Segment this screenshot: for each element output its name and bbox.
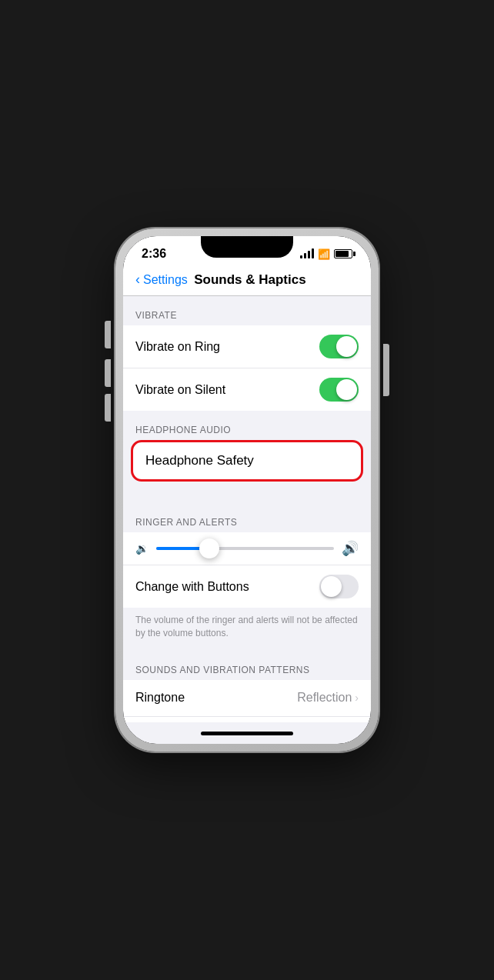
- vibrate-on-silent-toggle[interactable]: [319, 378, 359, 402]
- status-time: 2:36: [142, 247, 166, 261]
- volume-slider[interactable]: [156, 547, 334, 550]
- change-with-buttons-row[interactable]: Change with Buttons: [123, 565, 371, 608]
- headphone-section-header: HEADPHONE AUDIO: [123, 411, 371, 440]
- vibrate-on-ring-toggle[interactable]: [319, 335, 359, 358]
- ringer-description: The volume of the ringer and alerts will…: [123, 608, 371, 651]
- vibrate-on-silent-row[interactable]: Vibrate on Silent: [123, 368, 371, 411]
- settings-content[interactable]: VIBRATE Vibrate on Ring Vibrate on Silen…: [123, 296, 371, 722]
- home-bar: [201, 732, 293, 735]
- ringtone-chevron-icon: ›: [355, 692, 359, 704]
- headphone-safety-label: Headphone Safety: [145, 453, 254, 468]
- nav-bar: ‹ Settings Sounds & Haptics: [123, 265, 371, 296]
- ringer-section-header: RINGER AND ALERTS: [123, 503, 371, 532]
- vibrate-on-ring-label: Vibrate on Ring: [135, 340, 220, 354]
- headphone-safety-row[interactable]: Headphone Safety: [131, 440, 363, 482]
- signal-icon: [300, 249, 314, 258]
- volume-low-icon: 🔉: [135, 542, 149, 555]
- ringer-group: 🔉 🔊 Change with Buttons: [123, 532, 371, 608]
- screen: 2:36 📶 ‹ Se: [123, 236, 371, 744]
- ringtone-value-group: Reflection ›: [297, 691, 359, 705]
- phone-frame: 2:36 📶 ‹ Se: [115, 228, 379, 752]
- text-tone-row[interactable]: Text Tone Synth ›: [123, 717, 371, 722]
- wifi-icon: 📶: [318, 248, 330, 260]
- change-with-buttons-toggle[interactable]: [319, 575, 359, 598]
- volume-high-icon: 🔊: [342, 540, 359, 557]
- ringtone-label: Ringtone: [135, 691, 185, 705]
- back-label: Settings: [143, 273, 188, 287]
- back-button[interactable]: ‹ Settings: [135, 272, 188, 288]
- ringtone-value: Reflection: [297, 691, 352, 705]
- vibrate-section-header: VIBRATE: [123, 296, 371, 325]
- vibrate-on-silent-label: Vibrate on Silent: [135, 383, 225, 397]
- sounds-group: Ringtone Reflection › Text Tone Synth ›: [123, 680, 371, 722]
- notch: [201, 236, 293, 258]
- ringtone-row[interactable]: Ringtone Reflection ›: [123, 680, 371, 717]
- vibrate-group: Vibrate on Ring Vibrate on Silent: [123, 325, 371, 411]
- sounds-section-header: SOUNDS AND VIBRATION PATTERNS: [123, 651, 371, 680]
- headphone-section: Headphone Safety: [123, 440, 371, 488]
- status-icons: 📶: [300, 248, 352, 260]
- vibrate-on-ring-row[interactable]: Vibrate on Ring: [123, 325, 371, 368]
- status-bar: 2:36 📶: [123, 236, 371, 265]
- home-indicator: [123, 722, 371, 744]
- change-with-buttons-label: Change with Buttons: [135, 580, 249, 594]
- back-chevron-icon: ‹: [135, 272, 140, 288]
- page-title: Sounds & Haptics: [188, 272, 312, 288]
- volume-slider-row[interactable]: 🔉 🔊: [123, 532, 371, 565]
- phone-inner: 2:36 📶 ‹ Se: [123, 236, 371, 744]
- battery-icon: [334, 249, 352, 258]
